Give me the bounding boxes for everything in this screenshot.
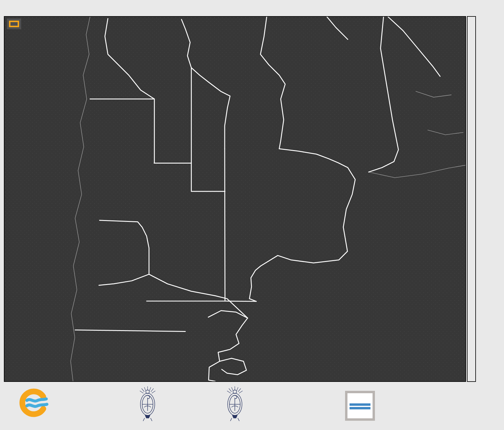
- map-background: [4, 17, 465, 381]
- colorbar-ticks: [476, 16, 504, 382]
- radar-map-canvas: [4, 16, 466, 382]
- defensa-coat-of-arms-icon: [136, 386, 159, 422]
- inta-logo: [345, 391, 375, 421]
- warning-banner[interactable]: [7, 19, 21, 29]
- reflectivity-colorbar: [467, 16, 476, 382]
- smn-logo-icon: [19, 388, 48, 418]
- radar-map-svg: [4, 17, 465, 381]
- inta-logo-inner: [347, 393, 373, 418]
- inta-bar-2: [350, 407, 370, 409]
- inta-bar-1: [350, 403, 370, 406]
- economia-coat-of-arms-icon: [223, 386, 246, 422]
- footer-logos: [0, 382, 504, 430]
- radar-mosaic-page: [0, 0, 504, 430]
- warning-banner-border: [9, 21, 19, 27]
